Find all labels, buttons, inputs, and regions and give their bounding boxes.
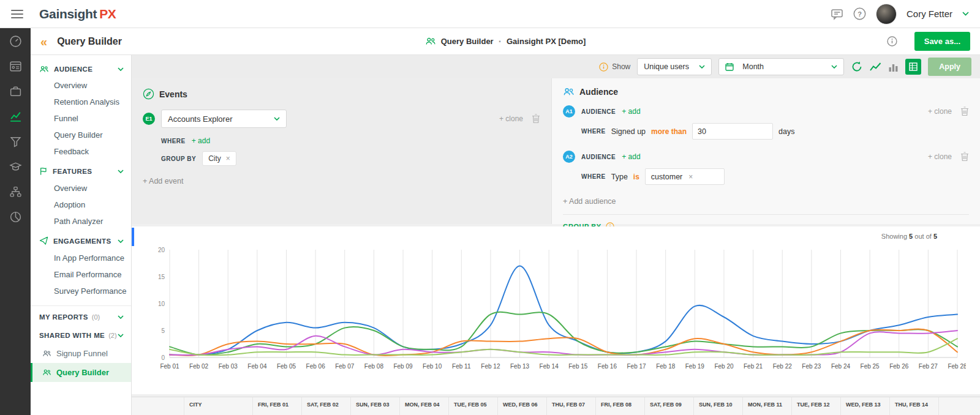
refresh-icon[interactable] xyxy=(851,61,863,73)
save-as-button[interactable]: Save as... xyxy=(914,32,970,51)
top-bar: Gainsight PX ? Cory Fetter xyxy=(0,0,980,28)
period-dropdown[interactable]: Month xyxy=(718,58,844,75)
sidebar-divider xyxy=(31,305,131,306)
section-label-features: FEATURES xyxy=(53,168,92,175)
where-operator[interactable]: is xyxy=(633,173,639,181)
where-operator[interactable]: more than xyxy=(651,127,687,136)
chart-x-tick-label: Feb 11 xyxy=(452,363,471,370)
add-audience-rule-link[interactable]: + add xyxy=(622,152,640,161)
remove-chip-icon[interactable]: × xyxy=(226,154,230,163)
chart-x-tick-label: Feb 07 xyxy=(335,363,355,370)
add-audience-rule-link[interactable]: + add xyxy=(622,107,640,116)
funnel-icon[interactable] xyxy=(9,135,22,148)
chart-x-tick-label: Feb 04 xyxy=(247,363,267,370)
clone-audience-link[interactable]: + clone xyxy=(928,107,952,116)
sidebar-section-features[interactable]: FEATURES xyxy=(31,160,131,180)
logo-px: PX xyxy=(99,7,116,21)
group-by-label: GROUP BY xyxy=(161,155,196,162)
group-by-chip[interactable]: City × xyxy=(202,151,236,166)
sidebar-item[interactable]: In App Performance xyxy=(31,250,131,266)
table-view-icon[interactable] xyxy=(905,59,921,75)
chart-x-tick-label: Feb 08 xyxy=(364,363,384,370)
sidebar-item-query-builder-active[interactable]: Query Builder xyxy=(31,363,131,382)
chart-x-tick-label: Feb 15 xyxy=(568,363,588,370)
clone-audience-link[interactable]: + clone xyxy=(928,152,952,161)
scroll-indicator[interactable] xyxy=(132,228,134,246)
collapse-sidebar-icon[interactable]: « xyxy=(40,36,47,48)
sidebar-item[interactable]: Overview xyxy=(31,77,131,94)
line-chart-icon[interactable] xyxy=(870,62,881,72)
chat-icon[interactable] xyxy=(831,8,843,20)
table-header-cell: TUE, FEB 05 xyxy=(449,397,498,415)
reports-icon[interactable] xyxy=(9,210,22,223)
user-menu-chevron-icon[interactable] xyxy=(962,12,969,16)
knowledge-center-icon[interactable] xyxy=(9,160,22,173)
sidebar-section-shared-with-me[interactable]: SHARED WITH ME (2) xyxy=(31,326,131,344)
chevron-down-icon xyxy=(699,65,705,69)
audience-items: OverviewRetention AnalysisFunnelQuery Bu… xyxy=(31,77,131,160)
accounts-icon[interactable] xyxy=(9,59,22,73)
apply-button[interactable]: Apply xyxy=(928,58,971,76)
group-chip-value: City xyxy=(208,154,221,163)
chart-x-tick-label: Feb 05 xyxy=(277,363,296,370)
sidebar-item[interactable]: Email Performance xyxy=(31,266,131,283)
where-label: WHERE xyxy=(581,173,606,180)
sidebar-section-audience[interactable]: AUDIENCE xyxy=(31,59,131,77)
audience-badge: A1 xyxy=(563,105,575,118)
metric-dropdown[interactable]: Unique users xyxy=(637,58,712,75)
add-where-link[interactable]: + add xyxy=(192,136,210,145)
clone-event-link[interactable]: + clone xyxy=(499,114,523,123)
analytics-icon[interactable] xyxy=(9,110,22,123)
chart-x-tick-label: Feb 12 xyxy=(481,363,500,370)
line-chart-svg: 05101520Feb 01Feb 02Feb 03Feb 04Feb 05Fe… xyxy=(145,241,966,383)
table-header-cell: TUE, FEB 12 xyxy=(792,397,841,415)
table-header-cell: FRI, FEB 01 xyxy=(253,397,302,415)
events-title: Events xyxy=(159,89,187,99)
info-icon[interactable] xyxy=(887,36,897,47)
sidebar-item[interactable]: Adoption xyxy=(31,196,131,213)
add-event-link[interactable]: + Add event xyxy=(143,177,183,185)
where-field[interactable]: Type xyxy=(611,173,628,181)
product-mapper-icon[interactable] xyxy=(9,185,22,198)
sidebar-section-my-reports[interactable]: MY REPORTS (0) xyxy=(31,307,131,326)
sidebar-item[interactable]: Funnel xyxy=(31,110,131,127)
events-icon xyxy=(143,88,154,100)
engagements-items: In App PerformanceEmail PerformanceSurve… xyxy=(31,250,131,299)
help-icon[interactable]: ? xyxy=(853,7,866,20)
chevron-down-icon xyxy=(118,239,124,243)
logo-gainsight: Gainsight xyxy=(39,7,97,21)
delete-audience-icon[interactable] xyxy=(960,107,969,116)
info-icon[interactable] xyxy=(599,62,608,72)
signed-up-days-input[interactable] xyxy=(692,123,773,140)
delete-event-icon[interactable] xyxy=(532,114,540,124)
sidebar-item-signup-funnel[interactable]: Signup Funnel xyxy=(31,344,131,363)
audience-where-row: WHERE Signed up more than days xyxy=(581,123,969,140)
people-icon xyxy=(425,37,436,45)
remove-chip-icon[interactable]: × xyxy=(688,173,693,181)
bar-chart-icon[interactable] xyxy=(888,62,899,72)
event-name: Accounts Explorer xyxy=(168,114,233,124)
table-header-cell: THU, FEB 07 xyxy=(547,397,596,415)
menu-icon[interactable] xyxy=(11,10,23,18)
add-audience-link[interactable]: + Add audience xyxy=(563,197,969,206)
delete-audience-icon[interactable] xyxy=(960,152,969,162)
where-field[interactable]: Signed up xyxy=(611,127,646,136)
sidebar-item[interactable]: Feedback xyxy=(31,143,131,160)
table-header-cells: CITYFRI, FEB 01SAT, FEB 02SUN, FEB 03MON… xyxy=(184,397,939,415)
sidebar-item[interactable]: Overview xyxy=(31,180,131,196)
section-label-engagements: ENGAGEMENTS xyxy=(53,237,111,245)
chart-y-tick-label: 15 xyxy=(158,274,165,280)
sidebar-item[interactable]: Survey Performance xyxy=(31,283,131,299)
sidebar-item[interactable]: Query Builder xyxy=(31,127,131,143)
product-icon[interactable] xyxy=(9,84,22,98)
sidebar-item[interactable]: Retention Analysis xyxy=(31,94,131,110)
type-value-box[interactable]: customer × xyxy=(645,168,725,185)
user-avatar[interactable] xyxy=(876,4,897,24)
dashboard-icon[interactable] xyxy=(9,34,22,48)
sidebar-item[interactable]: Path Analyzer xyxy=(31,213,131,230)
event-select[interactable]: Accounts Explorer xyxy=(161,110,287,128)
audience-label: AUDIENCE xyxy=(581,108,616,115)
showing-total: 5 xyxy=(933,233,937,240)
sidebar-section-engagements[interactable]: ENGAGEMENTS xyxy=(31,230,131,250)
chevron-down-icon xyxy=(274,117,280,121)
